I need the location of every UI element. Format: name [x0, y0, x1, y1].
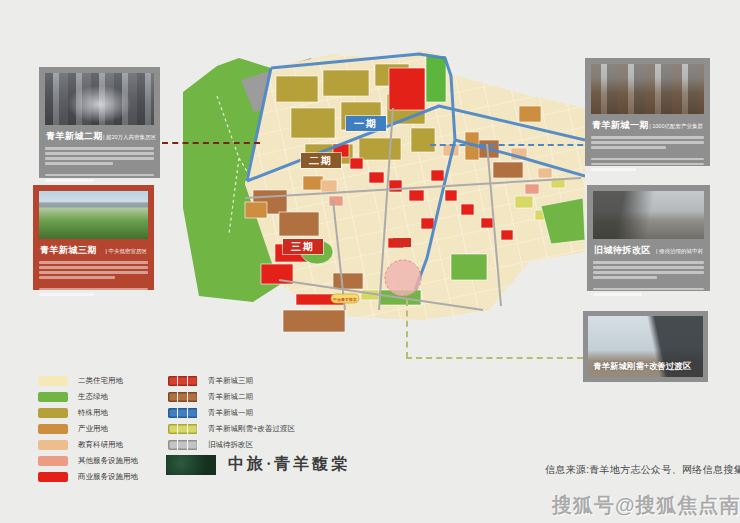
legend-row: 特殊用地 — [38, 405, 138, 421]
leader-phase1 — [430, 144, 593, 146]
project-pill: 中旅青羊馥棠 — [331, 294, 359, 303]
infographic-canvas: 中旅青羊馥棠 一期 二期 三期 青羊新城二期 | 超20万人高密集居区 青羊新城… — [0, 0, 740, 523]
legend-label: 生态绿地 — [78, 392, 108, 402]
callout-bodytext — [591, 136, 704, 171]
legend-row: 教育科研用地 — [38, 437, 138, 453]
legend-row: 其他服务设施用地 — [38, 453, 138, 469]
legend-label: 其他服务设施用地 — [78, 456, 138, 466]
legend-row: 生态绿地 — [38, 389, 138, 405]
legend-swatch — [38, 408, 68, 418]
callout-phase2: 青羊新城二期 | 超20万人高密集居区 — [39, 67, 160, 178]
leader-transition-horizontal — [406, 357, 583, 359]
callout-title: 旧城待拆改区 — [594, 244, 651, 257]
project-highlight-circle — [385, 260, 421, 296]
legend-swatch — [38, 392, 68, 402]
legend-swatch — [38, 472, 68, 482]
legend-swatch — [38, 456, 68, 466]
callout-subtitle: | 亟待治理的城中村 — [656, 248, 703, 255]
legend-label: 二类住宅用地 — [78, 376, 123, 386]
legend-label: 教育科研用地 — [78, 440, 123, 450]
legend-row: 旧城待拆改区 — [168, 437, 295, 453]
legend-swatch — [168, 376, 198, 386]
callout-subtitle: | 1000亿配套产业集群 — [649, 123, 703, 130]
legend-label: 特殊用地 — [78, 408, 108, 418]
legend-row: 青羊新城二期 — [168, 389, 295, 405]
phase1-photo — [591, 64, 704, 114]
callout-title: 青羊新城刚需+改善过渡区 — [593, 361, 691, 373]
callout-subtitle: | 中央低密宜居区 — [106, 248, 147, 255]
callout-bodytext — [593, 261, 704, 296]
callout-subtitle: | 超20万人高密集居区 — [103, 134, 156, 141]
phase1-map-label: 一期 — [346, 116, 386, 131]
brand-logo-image — [166, 455, 216, 475]
phase3-map-label: 三期 — [283, 239, 323, 254]
callout-bodytext — [45, 147, 154, 182]
legend-label: 产业用地 — [78, 424, 108, 434]
legend-swatch — [38, 376, 68, 386]
legend-swatch — [38, 424, 68, 434]
legend-row: 二类住宅用地 — [38, 373, 138, 389]
legend-label: 旧城待拆改区 — [208, 440, 253, 450]
legend-label: 青羊新城一期 — [208, 408, 253, 418]
legend-row: 青羊新城三期 — [168, 373, 295, 389]
legend-swatch — [168, 440, 198, 450]
project-marker — [393, 238, 411, 247]
legend-label: 商业服务设施用地 — [78, 472, 138, 482]
legend-districts: 青羊新城三期青羊新城二期青羊新城一期青羊新城刚需+改善过渡区旧城待拆改区 — [168, 373, 295, 453]
legend-label: 青羊新城二期 — [208, 392, 253, 402]
legend-row: 产业用地 — [38, 421, 138, 437]
legend-row: 青羊新城一期 — [168, 405, 295, 421]
callout-phase3: 青羊新城三期 | 中央低密宜居区 — [33, 185, 154, 290]
legend-row: 青羊新城刚需+改善过渡区 — [168, 421, 295, 437]
legend-swatch — [168, 408, 198, 418]
watermark-text: 搜狐号@搜狐焦点南充站 — [552, 492, 740, 519]
callout-phase1: 青羊新城一期 | 1000亿配套产业集群 — [585, 58, 710, 166]
brand-name: 中旅·青羊馥棠 — [228, 454, 350, 475]
zoning-map-svg: 中旅青羊馥棠 — [183, 48, 585, 348]
leader-transition-vertical — [406, 300, 408, 358]
callout-bodytext — [39, 261, 148, 296]
oldtown-photo — [593, 191, 704, 239]
legend-land-use: 二类住宅用地生态绿地特殊用地产业用地教育科研用地其他服务设施用地商业服务设施用地 — [38, 373, 138, 485]
legend-row: 商业服务设施用地 — [38, 469, 138, 485]
leader-phase2 — [162, 142, 260, 144]
transition-photo: 青羊新城刚需+改善过渡区 — [588, 316, 703, 377]
phase2-map-label: 二期 — [301, 153, 341, 168]
legend-swatch — [168, 424, 198, 434]
zoning-map: 中旅青羊馥棠 一期 二期 三期 — [183, 48, 585, 348]
callout-title: 青羊新城一期 — [592, 119, 649, 132]
phase2-photo — [45, 73, 154, 125]
legend-label: 青羊新城三期 — [208, 376, 253, 386]
legend-swatch — [38, 440, 68, 450]
callout-title: 青羊新城三期 — [40, 244, 97, 257]
svg-text:中旅青羊馥棠: 中旅青羊馥棠 — [333, 297, 357, 302]
legend-label: 青羊新城刚需+改善过渡区 — [208, 424, 295, 434]
phase3-photo — [39, 191, 148, 239]
callout-title: 青羊新城二期 — [46, 130, 103, 143]
legend-swatch — [168, 392, 198, 402]
callout-oldtown: 旧城待拆改区 | 亟待治理的城中村 — [587, 185, 710, 291]
callout-transition: 青羊新城刚需+改善过渡区 — [583, 311, 708, 382]
source-attribution: 信息来源:青羊地方志公众号、网络信息搜集等 — [545, 463, 740, 477]
